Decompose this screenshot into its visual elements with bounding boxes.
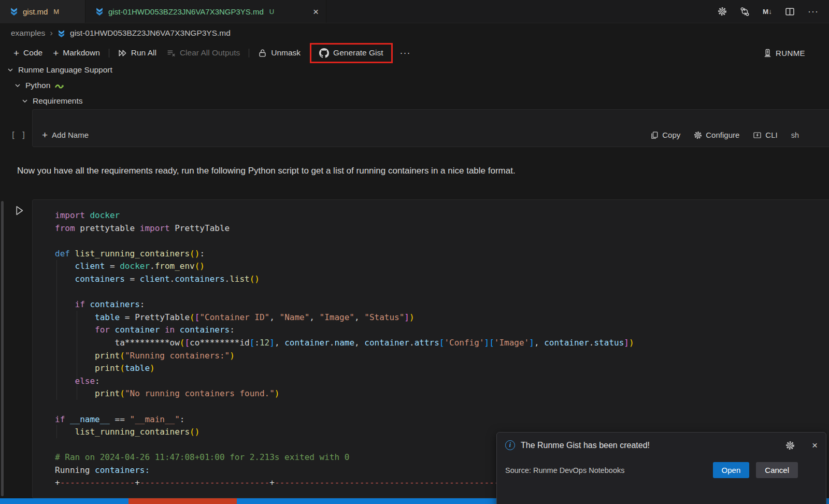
github-icon xyxy=(319,48,329,58)
notification-close-icon[interactable]: × xyxy=(812,440,818,450)
cli-icon xyxy=(753,131,762,139)
outline-item-runme-language-support[interactable]: Runme Language Support xyxy=(7,62,112,78)
copy-icon xyxy=(650,131,659,139)
breadcrumb-separator: › xyxy=(50,28,53,38)
code-line: def list_running_containers(): xyxy=(55,248,813,261)
tab-bar: gist.md M gist-01HWD053BZ23JN6VA7X3NGP3Y… xyxy=(0,0,829,23)
open-button[interactable]: Open xyxy=(713,462,750,478)
runme-logo-icon xyxy=(763,49,772,57)
markdown-preview-icon[interactable]: M↓ xyxy=(763,8,772,16)
unmask-button[interactable]: Unmask xyxy=(253,45,306,61)
play-icon xyxy=(14,205,25,216)
markdown-file-icon xyxy=(95,7,104,16)
code-line: if __name__ == "__main__": xyxy=(55,413,813,426)
tab-label: gist-01HWD053BZ23JN6VA7X3NGP3YS.md xyxy=(108,7,264,16)
cancel-button[interactable]: Cancel xyxy=(756,462,798,478)
outline-item-requirements[interactable]: Requirements xyxy=(22,93,83,109)
markdown-file-icon xyxy=(10,7,18,16)
configure-button[interactable]: Configure xyxy=(694,131,739,139)
plus-icon: + xyxy=(53,48,59,58)
gear-icon[interactable] xyxy=(718,7,727,16)
code-line: containers = client.containers.list() xyxy=(55,273,813,286)
requirements-cell: + Add Name Copy Configure CLI sh xyxy=(32,109,829,147)
git-untracked-badge: U xyxy=(269,8,274,16)
outline-item-python[interactable]: Python xyxy=(15,78,64,93)
cell-status-row: + Add Name Copy Configure CLI sh xyxy=(33,130,829,147)
generate-gist-label: Generate Gist xyxy=(333,48,383,57)
git-modified-badge: M xyxy=(53,8,59,16)
copy-label: Copy xyxy=(662,131,680,139)
code-line xyxy=(55,235,813,248)
configure-label: Configure xyxy=(706,131,739,139)
plus-icon: + xyxy=(42,130,48,140)
vscode-window: gist.md M gist-01HWD053BZ23JN6VA7X3NGP3Y… xyxy=(0,0,829,504)
outline-item-label: Runme Language Support xyxy=(18,65,112,75)
notification-footer: Source: Runme DevOps Notebooks Open Canc… xyxy=(505,462,818,478)
run-all-icon xyxy=(118,49,127,57)
add-code-button[interactable]: + Code xyxy=(8,45,48,61)
code-line: table = PrettyTable(["Container ID", "Na… xyxy=(55,311,813,324)
breadcrumb-file[interactable]: gist-01HWD053BZ23JN6VA7X3NGP3YS.md xyxy=(70,28,231,38)
runme-label: RUNME xyxy=(776,49,805,57)
code-line: print(table) xyxy=(55,362,813,375)
tab-gist-md[interactable]: gist.md M xyxy=(0,0,85,23)
plus-icon: + xyxy=(13,48,19,58)
notification-gear-icon[interactable] xyxy=(785,441,795,450)
markdown-cell-text: Now you have all the requirements ready,… xyxy=(17,166,516,176)
python-snake-icon xyxy=(55,82,64,89)
unlock-icon xyxy=(258,49,267,57)
add-code-label: Code xyxy=(23,48,42,57)
unmask-label: Unmask xyxy=(271,48,301,57)
add-name-button[interactable]: + Add Name xyxy=(42,130,89,140)
more-actions-icon[interactable]: ··· xyxy=(808,6,819,17)
code-line: print("Running containers:") xyxy=(55,350,813,363)
compare-changes-icon[interactable] xyxy=(740,7,750,17)
markdown-file-icon xyxy=(58,30,65,37)
code-line xyxy=(55,286,813,299)
add-markdown-button[interactable]: + Markdown xyxy=(48,45,105,61)
notification-source: Source: Runme DevOps Notebooks xyxy=(505,466,625,474)
tab-gist-notebook[interactable]: gist-01HWD053BZ23JN6VA7X3NGP3YS.md U × xyxy=(85,0,326,23)
code-line: import docker xyxy=(55,209,813,222)
clear-all-outputs-button[interactable]: Clear All Outputs xyxy=(162,45,245,61)
add-name-label: Add Name xyxy=(52,131,89,139)
cell-focus-indicator xyxy=(1,201,4,496)
code-line: if containers: xyxy=(55,298,813,311)
editor-actions: M↓ ··· xyxy=(718,0,829,23)
split-editor-icon[interactable] xyxy=(785,7,795,17)
toolbar-divider xyxy=(109,49,109,57)
run-all-label: Run All xyxy=(131,48,156,57)
copy-button[interactable]: Copy xyxy=(650,131,680,139)
outline-item-label: Python xyxy=(25,81,50,90)
runme-panel-button[interactable]: RUNME xyxy=(763,49,805,57)
code-line: ta*********ow([co********id[:12], contai… xyxy=(55,337,813,350)
chevron-down-icon xyxy=(22,98,28,104)
toolbar-more-icon[interactable]: ··· xyxy=(400,48,411,59)
breadcrumb-folder[interactable]: examples xyxy=(11,28,45,38)
gear-icon xyxy=(694,131,702,139)
generate-gist-button[interactable]: Generate Gist xyxy=(316,46,387,60)
info-icon: i xyxy=(505,440,515,450)
code-line: from prettytable import PrettyTable xyxy=(55,222,813,235)
close-icon[interactable]: × xyxy=(313,7,319,17)
clear-outputs-icon xyxy=(167,49,176,57)
run-cell-button[interactable] xyxy=(14,205,25,216)
statusbar-segment xyxy=(0,498,128,504)
tab-label: gist.md xyxy=(23,7,48,16)
cell-actions: Copy Configure CLI sh xyxy=(650,131,799,139)
execution-count-marker: [ ] xyxy=(11,131,26,140)
outline-item-label: Requirements xyxy=(33,96,83,106)
clear-all-outputs-label: Clear All Outputs xyxy=(180,48,240,57)
code-line: print("No running containers found.") xyxy=(55,387,813,400)
annotation-highlight-box: Generate Gist xyxy=(310,43,393,63)
breadcrumb: examples › gist-01HWD053BZ23JN6VA7X3NGP3… xyxy=(0,23,231,43)
code-line: else: xyxy=(55,375,813,388)
add-markdown-label: Markdown xyxy=(63,48,100,57)
run-all-button[interactable]: Run All xyxy=(113,45,162,61)
chevron-down-icon xyxy=(7,67,13,73)
code-line: client = docker.from_env() xyxy=(55,260,813,273)
language-picker[interactable]: sh xyxy=(791,131,799,139)
cli-label: CLI xyxy=(765,131,777,139)
code-line xyxy=(55,400,813,413)
cli-button[interactable]: CLI xyxy=(753,131,777,139)
